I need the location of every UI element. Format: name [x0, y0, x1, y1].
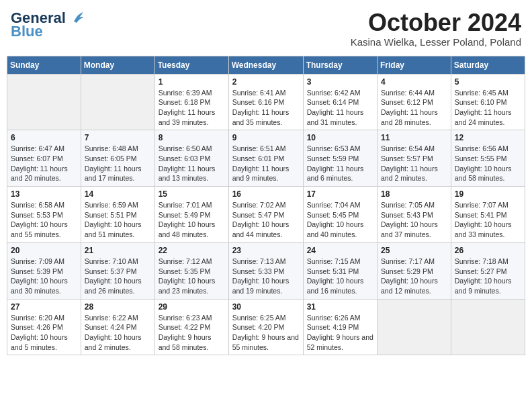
calendar-cell: 25Sunrise: 7:17 AMSunset: 5:29 PMDayligh… — [378, 242, 451, 299]
calendar-cell: 3Sunrise: 6:42 AMSunset: 6:14 PMDaylight… — [303, 74, 377, 130]
day-info: Sunrise: 7:04 AMSunset: 5:45 PMDaylight:… — [307, 200, 373, 240]
day-info: Sunrise: 6:26 AMSunset: 4:19 PMDaylight:… — [307, 313, 373, 353]
calendar-table: SundayMondayTuesdayWednesdayThursdayFrid… — [7, 56, 525, 356]
calendar-cell — [378, 299, 451, 355]
day-info: Sunrise: 6:51 AMSunset: 6:01 PMDaylight:… — [232, 144, 300, 183]
day-info: Sunrise: 6:58 AMSunset: 5:53 PMDaylight:… — [11, 200, 77, 240]
day-number: 1 — [159, 77, 225, 87]
day-info: Sunrise: 6:42 AMSunset: 6:14 PMDaylight:… — [307, 88, 373, 128]
logo: General Blue — [11, 9, 83, 40]
logo-bird-icon — [69, 12, 83, 24]
weekday-header-saturday: Saturday — [451, 56, 525, 74]
logo-blue: Blue — [11, 23, 43, 40]
day-info: Sunrise: 7:05 AMSunset: 5:43 PMDaylight:… — [381, 200, 447, 240]
calendar-cell: 28Sunrise: 6:22 AMSunset: 4:24 PMDayligh… — [81, 299, 154, 355]
day-info: Sunrise: 6:56 AMSunset: 5:55 PMDaylight:… — [455, 144, 521, 183]
day-info: Sunrise: 6:59 AMSunset: 5:51 PMDaylight:… — [85, 200, 151, 240]
day-number: 11 — [381, 133, 447, 142]
day-info: Sunrise: 7:13 AMSunset: 5:33 PMDaylight:… — [232, 257, 300, 296]
day-number: 28 — [85, 302, 151, 312]
day-info: Sunrise: 6:48 AMSunset: 6:05 PMDaylight:… — [85, 144, 151, 183]
calendar-cell — [7, 74, 81, 130]
calendar-week-row: 27Sunrise: 6:20 AMSunset: 4:26 PMDayligh… — [7, 299, 525, 355]
day-number: 2 — [232, 77, 300, 87]
day-info: Sunrise: 7:18 AMSunset: 5:27 PMDaylight:… — [455, 257, 521, 296]
day-number: 21 — [85, 246, 151, 255]
calendar-cell: 19Sunrise: 7:07 AMSunset: 5:41 PMDayligh… — [451, 187, 525, 243]
calendar-cell: 26Sunrise: 7:18 AMSunset: 5:27 PMDayligh… — [451, 242, 525, 299]
calendar-cell: 7Sunrise: 6:48 AMSunset: 6:05 PMDaylight… — [81, 130, 154, 187]
day-number: 4 — [381, 77, 447, 87]
calendar-cell: 17Sunrise: 7:04 AMSunset: 5:45 PMDayligh… — [303, 187, 377, 243]
day-number: 13 — [11, 189, 77, 199]
day-info: Sunrise: 7:07 AMSunset: 5:41 PMDaylight:… — [455, 200, 521, 240]
day-number: 19 — [455, 189, 521, 199]
day-number: 3 — [307, 77, 373, 87]
calendar-cell: 10Sunrise: 6:53 AMSunset: 5:59 PMDayligh… — [303, 130, 377, 187]
day-info: Sunrise: 6:54 AMSunset: 5:57 PMDaylight:… — [381, 144, 447, 183]
calendar-cell: 24Sunrise: 7:15 AMSunset: 5:31 PMDayligh… — [303, 242, 377, 299]
day-info: Sunrise: 6:23 AMSunset: 4:22 PMDaylight:… — [159, 313, 225, 353]
day-number: 10 — [307, 133, 373, 142]
day-info: Sunrise: 6:47 AMSunset: 6:07 PMDaylight:… — [11, 144, 77, 183]
day-number: 17 — [307, 189, 373, 199]
weekday-header-monday: Monday — [81, 56, 154, 74]
day-number: 27 — [11, 302, 77, 312]
day-number: 30 — [232, 302, 300, 312]
calendar-cell: 9Sunrise: 6:51 AMSunset: 6:01 PMDaylight… — [228, 130, 303, 187]
day-number: 12 — [455, 133, 521, 142]
day-number: 22 — [159, 246, 225, 255]
calendar-cell: 14Sunrise: 6:59 AMSunset: 5:51 PMDayligh… — [81, 187, 154, 243]
calendar-cell: 1Sunrise: 6:39 AMSunset: 6:18 PMDaylight… — [154, 74, 228, 130]
calendar-cell: 6Sunrise: 6:47 AMSunset: 6:07 PMDaylight… — [7, 130, 81, 187]
calendar-week-row: 20Sunrise: 7:09 AMSunset: 5:39 PMDayligh… — [7, 242, 525, 299]
day-number: 24 — [307, 246, 373, 255]
calendar-cell: 31Sunrise: 6:26 AMSunset: 4:19 PMDayligh… — [303, 299, 377, 355]
calendar-cell: 27Sunrise: 6:20 AMSunset: 4:26 PMDayligh… — [7, 299, 81, 355]
calendar-cell: 22Sunrise: 7:12 AMSunset: 5:35 PMDayligh… — [154, 242, 228, 299]
day-number: 20 — [11, 246, 77, 255]
day-number: 5 — [455, 77, 521, 87]
day-info: Sunrise: 7:17 AMSunset: 5:29 PMDaylight:… — [381, 257, 447, 296]
day-info: Sunrise: 6:53 AMSunset: 5:59 PMDaylight:… — [307, 144, 373, 183]
calendar-cell — [451, 299, 525, 355]
day-info: Sunrise: 6:20 AMSunset: 4:26 PMDaylight:… — [11, 313, 77, 353]
day-number: 7 — [85, 133, 151, 142]
page-header: General Blue October 2024 Kasina Wielka,… — [7, 7, 525, 50]
day-info: Sunrise: 6:44 AMSunset: 6:12 PMDaylight:… — [381, 88, 447, 128]
calendar-cell: 4Sunrise: 6:44 AMSunset: 6:12 PMDaylight… — [378, 74, 451, 130]
day-number: 9 — [232, 133, 300, 142]
day-info: Sunrise: 6:45 AMSunset: 6:10 PMDaylight:… — [455, 88, 521, 128]
day-number: 29 — [159, 302, 225, 312]
calendar-cell: 8Sunrise: 6:50 AMSunset: 6:03 PMDaylight… — [154, 130, 228, 187]
day-number: 31 — [307, 302, 373, 312]
weekday-header-wednesday: Wednesday — [228, 56, 303, 74]
calendar-cell: 12Sunrise: 6:56 AMSunset: 5:55 PMDayligh… — [451, 130, 525, 187]
calendar-cell: 20Sunrise: 7:09 AMSunset: 5:39 PMDayligh… — [7, 242, 81, 299]
day-info: Sunrise: 7:10 AMSunset: 5:37 PMDaylight:… — [85, 257, 151, 296]
calendar-cell: 30Sunrise: 6:25 AMSunset: 4:20 PMDayligh… — [228, 299, 303, 355]
calendar-cell: 16Sunrise: 7:02 AMSunset: 5:47 PMDayligh… — [228, 187, 303, 243]
day-number: 18 — [381, 189, 447, 199]
calendar-cell: 29Sunrise: 6:23 AMSunset: 4:22 PMDayligh… — [154, 299, 228, 355]
day-info: Sunrise: 6:22 AMSunset: 4:24 PMDaylight:… — [85, 313, 151, 353]
month-title: October 2024 — [351, 9, 521, 36]
day-info: Sunrise: 6:50 AMSunset: 6:03 PMDaylight:… — [159, 144, 225, 183]
day-info: Sunrise: 7:01 AMSunset: 5:49 PMDaylight:… — [159, 200, 225, 240]
day-info: Sunrise: 7:15 AMSunset: 5:31 PMDaylight:… — [307, 257, 373, 296]
day-info: Sunrise: 6:25 AMSunset: 4:20 PMDaylight:… — [232, 313, 300, 353]
day-number: 26 — [455, 246, 521, 255]
day-info: Sunrise: 6:39 AMSunset: 6:18 PMDaylight:… — [159, 88, 225, 128]
day-number: 16 — [232, 189, 300, 199]
day-info: Sunrise: 7:12 AMSunset: 5:35 PMDaylight:… — [159, 257, 225, 296]
title-block: October 2024 Kasina Wielka, Lesser Polan… — [351, 9, 521, 48]
calendar-cell: 15Sunrise: 7:01 AMSunset: 5:49 PMDayligh… — [154, 187, 228, 243]
calendar-week-row: 1Sunrise: 6:39 AMSunset: 6:18 PMDaylight… — [7, 74, 525, 130]
calendar-cell: 18Sunrise: 7:05 AMSunset: 5:43 PMDayligh… — [378, 187, 451, 243]
day-info: Sunrise: 6:41 AMSunset: 6:16 PMDaylight:… — [232, 88, 300, 128]
calendar-header-row: SundayMondayTuesdayWednesdayThursdayFrid… — [7, 56, 525, 74]
weekday-header-sunday: Sunday — [7, 56, 81, 74]
location-title: Kasina Wielka, Lesser Poland, Poland — [351, 36, 521, 48]
calendar-cell: 11Sunrise: 6:54 AMSunset: 5:57 PMDayligh… — [378, 130, 451, 187]
calendar-cell: 5Sunrise: 6:45 AMSunset: 6:10 PMDaylight… — [451, 74, 525, 130]
